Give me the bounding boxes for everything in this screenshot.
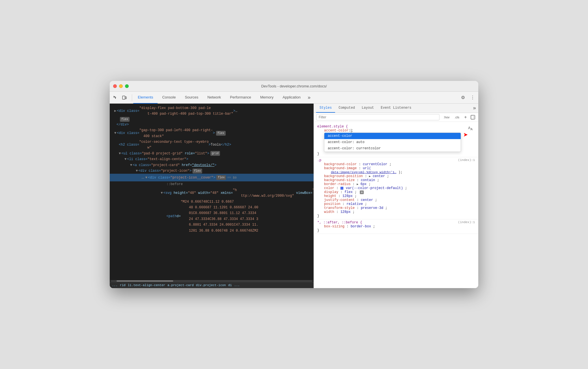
html-line-selected[interactable]: … ▼ <div class="project-icon__cover"> fl… bbox=[110, 174, 314, 181]
breadcrumb-div-icon[interactable]: div.project-icon bbox=[196, 284, 226, 287]
autocomplete-dropdown: accent-color accent-color: auto accent-c… bbox=[324, 133, 461, 152]
horizontal-scrollbar[interactable] bbox=[110, 280, 314, 282]
collapse-arrow[interactable]: ▼ bbox=[119, 151, 121, 156]
style-prop-bg-color: background-color : currentColor ; bbox=[317, 162, 475, 166]
closing-brace: } bbox=[317, 152, 461, 156]
toggle-sidebar-button[interactable] bbox=[470, 114, 476, 120]
collapse-arrow[interactable]: ▶ bbox=[114, 108, 116, 114]
main-tabs: Elements Console Sources Network Perform… bbox=[133, 92, 459, 104]
style-bg-image-link: data:image/svg+xml,%3Csvg width='1… ); bbox=[317, 170, 475, 174]
hov-button[interactable]: :hov bbox=[442, 115, 452, 120]
devtools-toolbar: Elements Console Sources Network Perform… bbox=[110, 92, 478, 104]
style-prop-bg-size: background-size : contain ; bbox=[317, 178, 475, 182]
more-tabs-button[interactable]: » bbox=[305, 94, 313, 102]
device-toolbar-icon[interactable] bbox=[120, 94, 128, 102]
rule-origin[interactable]: (index):1 bbox=[458, 158, 475, 162]
element-style-rule: element.style { accent-color : ; bbox=[314, 123, 478, 157]
devtools-main: ▶ <div class="display-flex pad-bottom-30… bbox=[110, 104, 478, 288]
html-line: ▼ <div class="gap-top-300 pad-left-400 p… bbox=[110, 127, 314, 139]
tab-memory[interactable]: Memory bbox=[256, 92, 278, 104]
style-prop-width: width : 128px ; bbox=[317, 210, 475, 214]
breadcrumb-a[interactable]: a.project-card bbox=[168, 284, 194, 287]
tab-styles[interactable]: Styles bbox=[316, 104, 335, 113]
close-button[interactable] bbox=[113, 84, 117, 88]
html-line: ▼ <li class="text-align-center"> bbox=[110, 156, 314, 162]
breadcrumb-li[interactable]: li.text-align-center bbox=[128, 284, 165, 287]
style-prop-transform-style: transform-style : preserve-3d ; bbox=[317, 206, 475, 210]
tab-performance[interactable]: Performance bbox=[225, 92, 255, 104]
html-content[interactable]: ▶ <div class="display-flex pad-bottom-30… bbox=[110, 104, 314, 280]
flex-badge: flex bbox=[120, 117, 130, 122]
style-prop-bg-image: background-image : url( bbox=[317, 166, 475, 170]
element-style-selector: element.style { bbox=[317, 125, 461, 129]
html-line: flex bbox=[110, 117, 314, 122]
editing-property-line[interactable]: accent-color : ; bbox=[317, 129, 461, 133]
html-line: <h2 class="color-secondary-text type--ey… bbox=[110, 139, 314, 151]
styles-content[interactable]: element.style { accent-color : ; bbox=[314, 122, 478, 288]
breadcrumb-bar: ... rid li.text-align-center a.project-c… bbox=[110, 282, 314, 288]
more-options-icon[interactable]: ⋮ bbox=[469, 94, 477, 102]
filter-input[interactable] bbox=[316, 114, 439, 120]
scrollbar-track bbox=[111, 280, 312, 282]
tab-network[interactable]: Network bbox=[203, 92, 226, 104]
svg-rect-3 bbox=[473, 115, 475, 119]
filter-bar: :hov .cls + bbox=[314, 113, 478, 122]
tab-console[interactable]: Console bbox=[158, 92, 180, 104]
html-line: ▼ <div class="project-icon"> flex bbox=[110, 168, 314, 174]
add-style-rule-button[interactable]: + bbox=[462, 114, 469, 120]
settings-icon[interactable]: ⚙ bbox=[459, 94, 467, 102]
collapse-arrow[interactable]: ▼ bbox=[136, 168, 138, 174]
font-size-icon[interactable]: AA bbox=[468, 126, 473, 130]
traffic-lights bbox=[113, 84, 129, 88]
html-line: ▼ <a class="project-card" href="devtools… bbox=[110, 162, 314, 168]
more-styles-tabs[interactable]: » bbox=[473, 105, 476, 111]
collapse-arrow[interactable]: ▼ bbox=[145, 175, 147, 181]
collapse-arrow[interactable]: ▼ bbox=[130, 162, 132, 168]
p-class-rule: .p (index):1 background-color : currentC… bbox=[314, 157, 478, 219]
closing-brace-universal: } bbox=[317, 228, 475, 232]
dom-ref-badge: == $0 bbox=[227, 175, 236, 181]
breadcrumb-di[interactable]: di bbox=[228, 284, 232, 287]
toolbar-icons bbox=[111, 94, 128, 102]
maximize-button[interactable] bbox=[125, 84, 129, 88]
autocomplete-item[interactable]: accent-color: auto bbox=[324, 139, 461, 145]
flex-layout-icon[interactable]: ⊞ bbox=[360, 190, 363, 194]
style-prop-bg-pos: background-position : ▶ center ; bbox=[317, 174, 475, 178]
html-line: ▼ <svg height="48" width="48" xmlns="h t… bbox=[110, 187, 314, 199]
autocomplete-item[interactable]: accent-color: currentcolor bbox=[324, 145, 461, 152]
svg-rect-1 bbox=[125, 97, 126, 99]
breadcrumb-rid[interactable]: rid bbox=[120, 284, 126, 287]
flex-badge: flex bbox=[193, 169, 202, 173]
style-prop-color: color : var(--color-project-default) ; bbox=[317, 186, 475, 190]
styles-tabs: Styles Computed Layout Event Listeners » bbox=[314, 104, 478, 113]
style-prop-position: position : relative ; bbox=[317, 202, 475, 206]
grid-badge: grid bbox=[210, 151, 220, 156]
color-swatch[interactable] bbox=[340, 187, 343, 190]
tab-sources[interactable]: Sources bbox=[180, 92, 203, 104]
styles-panel: Styles Computed Layout Event Listeners »… bbox=[314, 104, 478, 288]
html-panel: ▶ <div class="display-flex pad-bottom-30… bbox=[110, 104, 314, 288]
autocomplete-item-selected[interactable]: accent-color bbox=[324, 133, 461, 139]
breadcrumb-ellipsis[interactable]: ... bbox=[112, 284, 118, 287]
tab-event-listeners[interactable]: Event Listeners bbox=[377, 104, 415, 113]
style-prop-border-radius: border-radius : ▶ 6px ; bbox=[317, 182, 475, 186]
minimize-button[interactable] bbox=[119, 84, 123, 88]
tab-application[interactable]: Application bbox=[278, 92, 305, 104]
html-line: <path d="M24 0.666748C11.12 0.6667 48 0.… bbox=[110, 199, 314, 234]
inspector-icon[interactable] bbox=[111, 94, 119, 102]
tab-computed[interactable]: Computed bbox=[335, 104, 358, 113]
collapse-arrow[interactable]: ▼ bbox=[114, 130, 116, 136]
breadcrumb-end[interactable]: ... bbox=[234, 284, 240, 287]
collapse-arrow[interactable]: ▼ bbox=[161, 190, 163, 196]
collapse-arrow[interactable]: ▼ bbox=[124, 156, 126, 162]
tab-layout[interactable]: Layout bbox=[358, 104, 377, 113]
filter-buttons: :hov .cls + bbox=[442, 114, 476, 120]
html-line: ::before bbox=[110, 181, 314, 187]
cls-button[interactable]: .cls bbox=[453, 115, 462, 120]
scrollbar-thumb[interactable] bbox=[117, 280, 173, 282]
titlebar: DevTools - developer.chrome.com/docs/ bbox=[110, 81, 478, 92]
html-line: </div> bbox=[110, 122, 314, 127]
universal-rule-origin[interactable]: (index):1 bbox=[458, 221, 475, 224]
tab-elements[interactable]: Elements bbox=[133, 92, 158, 104]
style-prop-display: display : flex ; ⊞ bbox=[317, 190, 475, 194]
